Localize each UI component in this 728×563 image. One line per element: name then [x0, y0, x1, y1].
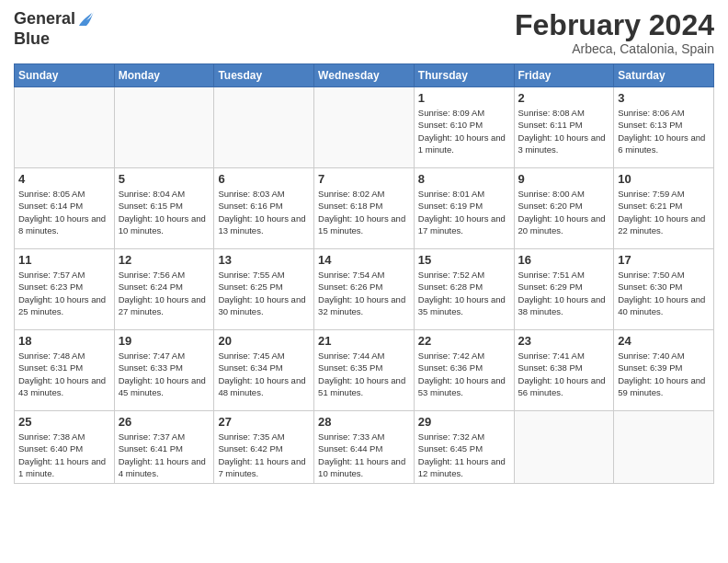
day-info: Sunrise: 7:35 AM Sunset: 6:42 PM Dayligh… — [218, 431, 310, 479]
day-number: 25 — [18, 415, 110, 429]
col-friday: Friday — [514, 64, 614, 87]
table-row: 22Sunrise: 7:42 AM Sunset: 6:36 PM Dayli… — [414, 330, 514, 411]
table-row: 11Sunrise: 7:57 AM Sunset: 6:23 PM Dayli… — [15, 249, 115, 330]
day-number: 7 — [318, 172, 410, 186]
day-number: 22 — [418, 334, 510, 348]
table-row: 23Sunrise: 7:41 AM Sunset: 6:38 PM Dayli… — [514, 330, 614, 411]
day-number: 12 — [119, 253, 210, 267]
table-row: 18Sunrise: 7:48 AM Sunset: 6:31 PM Dayli… — [15, 330, 115, 411]
page-container: General Blue February 2024 Arbeca, Catal… — [0, 0, 728, 493]
table-row: 17Sunrise: 7:50 AM Sunset: 6:30 PM Dayli… — [614, 249, 714, 330]
calendar-table: Sunday Monday Tuesday Wednesday Thursday… — [14, 63, 714, 484]
day-number: 16 — [518, 253, 610, 267]
day-number: 19 — [119, 334, 210, 348]
day-info: Sunrise: 7:52 AM Sunset: 6:28 PM Dayligh… — [418, 269, 510, 317]
table-row: 7Sunrise: 8:02 AM Sunset: 6:18 PM Daylig… — [314, 168, 415, 249]
header: General Blue February 2024 Arbeca, Catal… — [14, 9, 714, 56]
title-block: February 2024 Arbeca, Catalonia, Spain — [515, 9, 714, 56]
table-row: 12Sunrise: 7:56 AM Sunset: 6:24 PM Dayli… — [114, 249, 214, 330]
table-row — [114, 87, 214, 168]
day-info: Sunrise: 7:54 AM Sunset: 6:26 PM Dayligh… — [318, 269, 410, 317]
day-number: 20 — [218, 334, 310, 348]
main-title: February 2024 — [515, 9, 714, 41]
day-info: Sunrise: 7:56 AM Sunset: 6:24 PM Dayligh… — [119, 269, 210, 317]
day-info: Sunrise: 7:41 AM Sunset: 6:38 PM Dayligh… — [518, 350, 610, 398]
day-number: 29 — [418, 415, 510, 429]
col-wednesday: Wednesday — [314, 64, 415, 87]
table-row: 2Sunrise: 8:08 AM Sunset: 6:11 PM Daylig… — [514, 87, 614, 168]
table-row — [314, 87, 415, 168]
day-info: Sunrise: 8:04 AM Sunset: 6:15 PM Dayligh… — [119, 188, 210, 236]
table-row: 21Sunrise: 7:44 AM Sunset: 6:35 PM Dayli… — [314, 330, 415, 411]
day-number: 24 — [618, 334, 710, 348]
day-info: Sunrise: 7:55 AM Sunset: 6:25 PM Dayligh… — [218, 269, 310, 317]
table-row: 24Sunrise: 7:40 AM Sunset: 6:39 PM Dayli… — [614, 330, 714, 411]
day-number: 8 — [418, 172, 510, 186]
table-row — [214, 87, 314, 168]
day-info: Sunrise: 7:45 AM Sunset: 6:34 PM Dayligh… — [218, 350, 310, 398]
day-info: Sunrise: 8:02 AM Sunset: 6:18 PM Dayligh… — [318, 188, 410, 236]
day-number: 21 — [318, 334, 410, 348]
table-row: 14Sunrise: 7:54 AM Sunset: 6:26 PM Dayli… — [314, 249, 415, 330]
col-monday: Monday — [114, 64, 214, 87]
day-number: 2 — [518, 91, 610, 105]
table-row: 6Sunrise: 8:03 AM Sunset: 6:16 PM Daylig… — [214, 168, 314, 249]
day-info: Sunrise: 7:59 AM Sunset: 6:21 PM Dayligh… — [618, 188, 710, 236]
col-saturday: Saturday — [614, 64, 714, 87]
day-number: 26 — [119, 415, 210, 429]
table-row: 5Sunrise: 8:04 AM Sunset: 6:15 PM Daylig… — [114, 168, 214, 249]
day-info: Sunrise: 7:47 AM Sunset: 6:33 PM Dayligh… — [119, 350, 210, 398]
day-number: 6 — [218, 172, 310, 186]
day-number: 3 — [618, 91, 710, 105]
day-info: Sunrise: 7:40 AM Sunset: 6:39 PM Dayligh… — [618, 350, 710, 398]
day-number: 10 — [618, 172, 710, 186]
day-number: 18 — [18, 334, 110, 348]
table-row: 4Sunrise: 8:05 AM Sunset: 6:14 PM Daylig… — [15, 168, 115, 249]
col-tuesday: Tuesday — [214, 64, 314, 87]
col-sunday: Sunday — [15, 64, 115, 87]
day-number: 28 — [318, 415, 410, 429]
day-number: 13 — [218, 253, 310, 267]
table-row: 13Sunrise: 7:55 AM Sunset: 6:25 PM Dayli… — [214, 249, 314, 330]
day-number: 15 — [418, 253, 510, 267]
col-thursday: Thursday — [414, 64, 514, 87]
logo: General Blue — [14, 9, 94, 50]
table-row: 10Sunrise: 7:59 AM Sunset: 6:21 PM Dayli… — [614, 168, 714, 249]
table-row: 3Sunrise: 8:06 AM Sunset: 6:13 PM Daylig… — [614, 87, 714, 168]
day-info: Sunrise: 8:00 AM Sunset: 6:20 PM Dayligh… — [518, 188, 610, 236]
day-info: Sunrise: 7:38 AM Sunset: 6:40 PM Dayligh… — [18, 431, 110, 479]
day-info: Sunrise: 7:32 AM Sunset: 6:45 PM Dayligh… — [418, 431, 510, 479]
day-info: Sunrise: 8:03 AM Sunset: 6:16 PM Dayligh… — [218, 188, 310, 236]
table-row: 25Sunrise: 7:38 AM Sunset: 6:40 PM Dayli… — [15, 411, 115, 484]
day-number: 11 — [18, 253, 110, 267]
day-number: 27 — [218, 415, 310, 429]
day-info: Sunrise: 7:51 AM Sunset: 6:29 PM Dayligh… — [518, 269, 610, 317]
table-row: 29Sunrise: 7:32 AM Sunset: 6:45 PM Dayli… — [414, 411, 514, 484]
table-row — [614, 411, 714, 484]
calendar-header-row: Sunday Monday Tuesday Wednesday Thursday… — [15, 64, 714, 87]
day-info: Sunrise: 7:42 AM Sunset: 6:36 PM Dayligh… — [418, 350, 510, 398]
day-number: 1 — [418, 91, 510, 105]
day-info: Sunrise: 7:33 AM Sunset: 6:44 PM Dayligh… — [318, 431, 410, 479]
table-row: 28Sunrise: 7:33 AM Sunset: 6:44 PM Dayli… — [314, 411, 415, 484]
table-row: 8Sunrise: 8:01 AM Sunset: 6:19 PM Daylig… — [414, 168, 514, 249]
table-row: 15Sunrise: 7:52 AM Sunset: 6:28 PM Dayli… — [414, 249, 514, 330]
logo-text-line2: Blue — [14, 29, 50, 50]
day-info: Sunrise: 8:05 AM Sunset: 6:14 PM Dayligh… — [18, 188, 110, 236]
day-info: Sunrise: 8:06 AM Sunset: 6:13 PM Dayligh… — [618, 107, 710, 155]
table-row: 27Sunrise: 7:35 AM Sunset: 6:42 PM Dayli… — [214, 411, 314, 484]
day-info: Sunrise: 7:44 AM Sunset: 6:35 PM Dayligh… — [318, 350, 410, 398]
day-info: Sunrise: 7:37 AM Sunset: 6:41 PM Dayligh… — [119, 431, 210, 479]
table-row — [15, 87, 115, 168]
day-info: Sunrise: 8:08 AM Sunset: 6:11 PM Dayligh… — [518, 107, 610, 155]
logo-bird-icon — [77, 9, 94, 29]
logo-text-line1: General — [14, 9, 75, 29]
day-number: 17 — [618, 253, 710, 267]
day-number: 23 — [518, 334, 610, 348]
table-row: 26Sunrise: 7:37 AM Sunset: 6:41 PM Dayli… — [114, 411, 214, 484]
day-info: Sunrise: 8:09 AM Sunset: 6:10 PM Dayligh… — [418, 107, 510, 155]
day-info: Sunrise: 7:57 AM Sunset: 6:23 PM Dayligh… — [18, 269, 110, 317]
day-number: 5 — [119, 172, 210, 186]
table-row: 19Sunrise: 7:47 AM Sunset: 6:33 PM Dayli… — [114, 330, 214, 411]
day-number: 4 — [18, 172, 110, 186]
